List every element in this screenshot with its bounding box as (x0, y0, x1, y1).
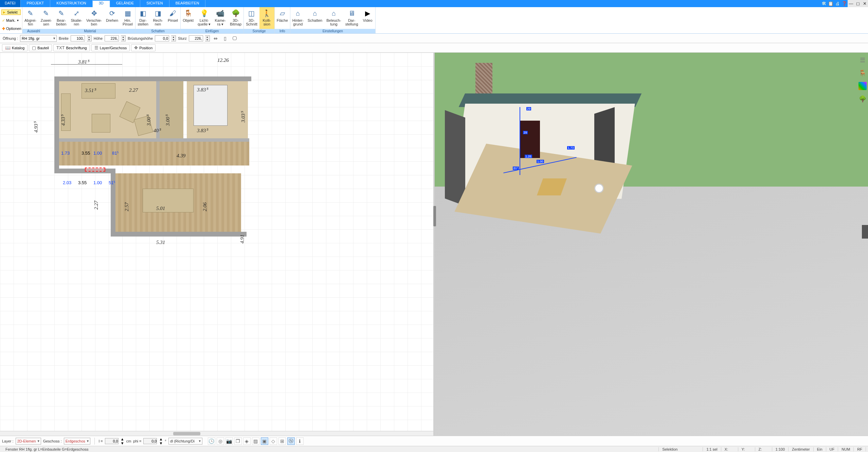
dim-text: 2.27 (129, 87, 138, 93)
wireframe-icon[interactable]: ◇ (270, 437, 277, 445)
einst-hintergrund[interactable]: ⌂Hinter-grund (290, 7, 306, 29)
material-skalieren[interactable]: ⤢Skalie-ren (69, 7, 84, 29)
screen-icon[interactable]: 🖵 (231, 35, 238, 42)
layers-status-icon[interactable]: ◈ (243, 437, 251, 445)
selected-door-3d[interactable] (520, 121, 540, 158)
bruestung-input[interactable] (155, 35, 169, 41)
tab-gelaende[interactable]: GELÄNDE (110, 0, 141, 7)
position-button[interactable]: ✥Position (131, 44, 156, 51)
dim-text: 4.33⁵ (60, 115, 66, 126)
material-abgreifen[interactable]: ✎Abgrei-fen (22, 7, 38, 29)
sonstige-3dschnitt[interactable]: ◫3D-Schnitt (244, 7, 259, 29)
gizmo-label: 29 (523, 131, 528, 134)
einst-schatten[interactable]: ⌂Schatten (306, 7, 324, 29)
palette-tool-icon[interactable]: . (858, 82, 867, 90)
hatch-icon[interactable]: ▨ (252, 437, 259, 445)
material-bearbeiten[interactable]: ✎Bear-beiten (54, 7, 69, 29)
view-2d[interactable]: 3.81⁵ 12.26 (0, 53, 435, 436)
furniture-diningtable (143, 189, 194, 212)
layer-geschoss-button[interactable]: ☰Layer/Geschoss (91, 44, 130, 51)
grid-snap-icon[interactable]: ⊞ (278, 437, 286, 445)
material-drehen[interactable]: ⟳Drehen (104, 7, 120, 29)
einfuegen-lichtquelle[interactable]: 💡Licht-quelle ▾ (196, 7, 213, 29)
scrollbar-thumb[interactable] (173, 432, 200, 435)
help-icon[interactable]: ❓ (841, 0, 848, 7)
mark-button[interactable]: ✓Mark.▼ (1, 18, 21, 23)
flip-horizontal-icon[interactable]: ⇔ (212, 35, 219, 42)
group-label-einfuegen: Einfügen (181, 29, 243, 33)
side-panel-pull[interactable] (862, 225, 868, 239)
minimize-icon[interactable]: — (848, 0, 854, 7)
schatten-pinsel[interactable]: 🖌Pinsel (165, 7, 180, 29)
bruestung-spinner[interactable]: ▲▼ (171, 35, 176, 41)
layer-combo[interactable]: 2D-Elemen▼ (16, 438, 41, 445)
sonstige-kollision[interactable]: 🚶Kolli-sion (259, 7, 274, 29)
box-icon[interactable]: ▣ (261, 437, 268, 445)
scrollbar-horizontal[interactable] (0, 431, 433, 436)
view-3d[interactable]: 29 29 1.26 1.00 81⁵ 1.73 ☰ 🪑 . 🌳 (435, 53, 868, 436)
einst-beleuchtung[interactable]: ⌂Beleuch-tung (324, 7, 343, 29)
status-tool-icons: 🕒 ◎ 📷 ❐ ◈ ▨ ▣ ◇ ⊞ Ⓝ ℹ (208, 437, 304, 445)
tab-3d[interactable]: 3D (93, 0, 110, 7)
breite-spinner[interactable]: ▲▼ (87, 35, 92, 41)
ribbon-group-einfuegen: 🪑Objekt 💡Licht-quelle ▾ 📹Kame-ra ▾ 🌳3D-B… (181, 7, 244, 33)
geschoss-combo[interactable]: Erdgeschos▼ (64, 438, 90, 445)
status-sel-count: 1:1 sel (703, 447, 721, 451)
area-icon: ▱ (277, 8, 287, 18)
material-zuweisen[interactable]: ✎Zuwei-sen (38, 7, 54, 29)
dl-combo[interactable]: dl (Richtung/Di▼ (168, 438, 202, 445)
clipboard-icon[interactable]: 📋 (827, 0, 834, 7)
sturz-input[interactable] (189, 35, 203, 41)
phi-spinner[interactable]: ▲▼ (159, 437, 163, 445)
material-hin-pinsel[interactable]: ▦Hin.Pinsel (120, 7, 135, 29)
einfuegen-3dbitmap[interactable]: 🌳3D-Bitmap (228, 7, 243, 29)
l-spinner[interactable]: ▲▼ (121, 437, 124, 445)
hoehe-spinner[interactable]: ▲▼ (121, 35, 126, 41)
material-verschieben[interactable]: ✥Verschie-ben (84, 7, 104, 29)
camera-status-icon[interactable]: 📷 (225, 437, 233, 445)
mirror-icon[interactable]: ▯ (221, 35, 229, 42)
tools-icon[interactable]: 🛠 (820, 0, 827, 7)
printer-icon[interactable]: 🖨 (834, 0, 841, 7)
hoehe-input[interactable] (105, 35, 119, 41)
tab-sichten[interactable]: SICHTEN (140, 0, 169, 7)
furniture-tool-icon[interactable]: 🪑 (858, 69, 867, 77)
tab-bearbeiten[interactable]: BEARBEITEN (169, 0, 206, 7)
l-input[interactable] (105, 438, 119, 444)
sturz-spinner[interactable]: ▲▼ (205, 35, 210, 41)
clock-icon[interactable]: 🕒 (208, 437, 215, 445)
info-flaeche[interactable]: ▱Fläche (275, 7, 290, 29)
stack-icon[interactable]: ❐ (234, 437, 242, 445)
tree-tool-icon[interactable]: 🌳 (858, 95, 867, 103)
select-button[interactable]: ►Selekt (1, 10, 21, 15)
breite-input[interactable] (71, 35, 85, 41)
tab-konstruktion[interactable]: KONSTRUKTION (50, 0, 92, 7)
oeffnung-combo[interactable]: RH 1flg. gr▼ (20, 35, 57, 42)
einst-darstellung[interactable]: 🖥Dar-stellung (343, 7, 360, 29)
close-icon[interactable]: ✕ (861, 0, 868, 7)
gizmo-axis[interactable] (520, 107, 520, 175)
text-icon: TXT (56, 45, 65, 50)
katalog-button[interactable]: 📖Katalog (2, 44, 28, 51)
bauteil-button[interactable]: ▢Bauteil (29, 44, 52, 51)
phi-input[interactable] (143, 438, 157, 444)
assign-icon: ✎ (41, 8, 51, 18)
einst-video[interactable]: ▶Video (360, 7, 375, 29)
schatten-rechnen[interactable]: ◨Rech-nen (150, 7, 165, 29)
dim-text: 2.06 (202, 202, 208, 211)
gizmo-label: 29 (526, 107, 531, 110)
view-splitter[interactable] (433, 206, 436, 226)
layers-tool-icon[interactable]: ☰ (858, 56, 867, 64)
maximize-icon[interactable]: ◻ (854, 0, 861, 7)
options-button[interactable]: ✚Optionen (1, 26, 21, 31)
selected-door[interactable] (85, 168, 105, 172)
north-icon[interactable]: Ⓝ (287, 437, 295, 445)
tab-projekt[interactable]: PROJEKT (21, 0, 51, 7)
circle-icon[interactable]: ◎ (217, 437, 224, 445)
einfuegen-objekt[interactable]: 🪑Objekt (181, 7, 196, 29)
tab-datei[interactable]: DATEI (0, 0, 21, 7)
beschriftung-button[interactable]: TXTBeschriftung (53, 44, 90, 51)
einfuegen-kamera[interactable]: 📹Kame-ra ▾ (213, 7, 228, 29)
schatten-darstellen[interactable]: ◧Dar-stellen (135, 7, 150, 29)
info-icon[interactable]: ℹ (296, 437, 304, 445)
